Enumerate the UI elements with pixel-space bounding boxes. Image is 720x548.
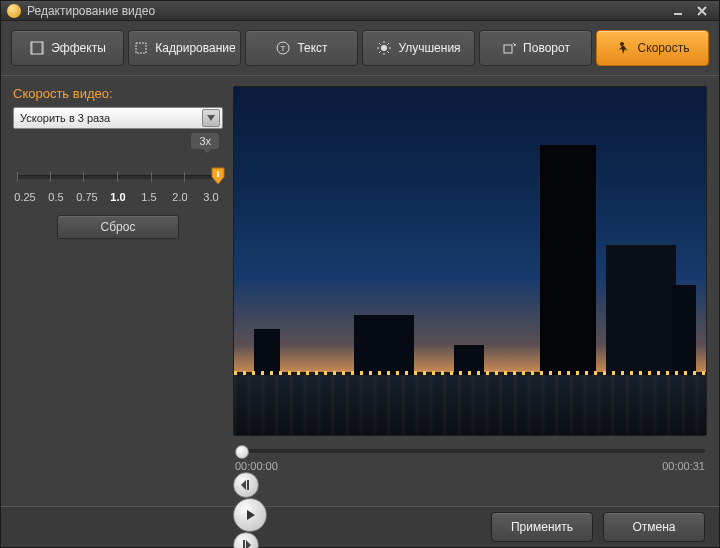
slider-tick (17, 172, 18, 182)
slider-tick (151, 172, 152, 182)
svg-point-7 (381, 45, 387, 51)
tab-label: Текст (297, 41, 327, 55)
speed-select[interactable]: Ускорить в 3 раза (13, 107, 223, 129)
speed-panel: Скорость видео: Ускорить в 3 раза 3x (13, 86, 223, 506)
reset-button[interactable]: Сброс (57, 215, 179, 239)
speed-select-value: Ускорить в 3 раза (20, 112, 110, 124)
tick-label: 0.75 (75, 191, 99, 203)
slider-tick (83, 172, 84, 182)
window-title: Редактирование видео (27, 4, 665, 18)
svg-rect-0 (674, 13, 682, 15)
video-preview (233, 86, 707, 436)
tab-label: Улучшения (398, 41, 460, 55)
svg-line-12 (379, 43, 381, 45)
tab-label: Кадрирование (155, 41, 235, 55)
svg-rect-2 (31, 42, 33, 54)
tabbar: Эффекты Кадрирование T Текст Улучшения П… (1, 21, 719, 76)
tick-label: 1.5 (137, 191, 161, 203)
video-edit-window: Редактирование видео Эффекты Кадрировани… (0, 0, 720, 548)
content-area: Скорость видео: Ускорить в 3 раза 3x (1, 76, 719, 506)
reset-label: Сброс (101, 220, 136, 234)
svg-rect-20 (243, 540, 245, 548)
svg-rect-19 (247, 480, 249, 490)
titlebar: Редактирование видео (1, 1, 719, 21)
tick-label: 1.0 (106, 191, 130, 203)
tab-label: Эффекты (51, 41, 106, 55)
brightness-icon (376, 40, 392, 56)
tab-rotate[interactable]: Поворот (479, 30, 592, 66)
svg-rect-16 (504, 45, 512, 53)
svg-point-17 (620, 42, 624, 46)
rotate-icon (501, 40, 517, 56)
film-icon (29, 40, 45, 56)
play-button[interactable] (233, 498, 267, 532)
player-controls (233, 472, 707, 506)
prev-frame-button[interactable] (233, 472, 259, 498)
text-icon: T (275, 40, 291, 56)
speed-tooltip: 3x (191, 133, 219, 149)
tab-effects[interactable]: Эффекты (11, 30, 124, 66)
svg-rect-4 (136, 43, 146, 53)
duration-time: 00:00:31 (662, 460, 705, 472)
tick-label: 0.25 (13, 191, 37, 203)
speed-icon (616, 40, 632, 56)
svg-line-13 (388, 52, 390, 54)
close-button[interactable] (691, 3, 713, 19)
tab-speed[interactable]: Скорость (596, 30, 709, 66)
next-frame-button[interactable] (233, 532, 259, 548)
slider-labels: 0.25 0.5 0.75 1.0 1.5 2.0 3.0 (13, 191, 223, 203)
slider-track (17, 175, 219, 179)
svg-text:T: T (281, 44, 286, 53)
svg-rect-18 (217, 171, 219, 177)
crop-icon (133, 40, 149, 56)
app-icon (7, 4, 21, 18)
svg-rect-3 (41, 42, 43, 54)
slider-tick (50, 172, 51, 182)
slider-knob[interactable] (211, 167, 225, 185)
minimize-button[interactable] (667, 3, 689, 19)
tick-label: 2.0 (168, 191, 192, 203)
tab-label: Поворот (523, 41, 570, 55)
timeline-slider[interactable] (233, 444, 707, 458)
time-labels: 00:00:00 00:00:31 (233, 460, 707, 472)
preview-panel: 00:00:00 00:00:31 (233, 86, 707, 506)
slider-tick (117, 172, 118, 182)
tab-crop[interactable]: Кадрирование (128, 30, 241, 66)
svg-line-15 (388, 43, 390, 45)
speed-label: Скорость видео: (13, 86, 223, 101)
tab-enhance[interactable]: Улучшения (362, 30, 475, 66)
tick-label: 3.0 (199, 191, 223, 203)
speed-slider[interactable] (13, 165, 223, 191)
svg-line-14 (379, 52, 381, 54)
chevron-down-icon (202, 109, 220, 127)
timeline-knob[interactable] (235, 445, 249, 459)
tick-label: 0.5 (44, 191, 68, 203)
tab-label: Скорость (638, 41, 690, 55)
current-time: 00:00:00 (235, 460, 278, 472)
tab-text[interactable]: T Текст (245, 30, 358, 66)
slider-tick (184, 172, 185, 182)
